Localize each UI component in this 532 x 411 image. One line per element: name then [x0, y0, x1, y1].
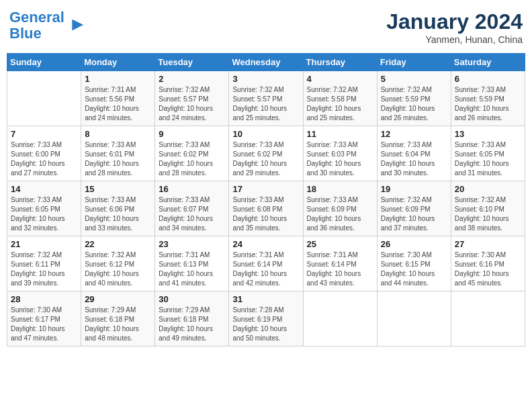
calendar-day-cell: 7Sunrise: 7:33 AM Sunset: 6:00 PM Daylig… — [7, 126, 81, 181]
day-number: 29 — [85, 294, 151, 304]
day-number: 30 — [159, 294, 225, 304]
day-number: 17 — [232, 184, 299, 194]
day-number: 8 — [85, 129, 151, 139]
day-info: Sunrise: 7:33 AM Sunset: 6:06 PM Dayligh… — [85, 195, 151, 233]
day-info: Sunrise: 7:31 AM Sunset: 6:14 PM Dayligh… — [307, 250, 373, 288]
calendar-day-cell: 2Sunrise: 7:32 AM Sunset: 5:57 PM Daylig… — [155, 71, 229, 126]
day-info: Sunrise: 7:30 AM Sunset: 6:16 PM Dayligh… — [455, 250, 521, 288]
day-info: Sunrise: 7:31 AM Sunset: 6:13 PM Dayligh… — [159, 250, 225, 288]
calendar-week-row: 7Sunrise: 7:33 AM Sunset: 6:00 PM Daylig… — [7, 126, 525, 181]
calendar-day-cell: 17Sunrise: 7:33 AM Sunset: 6:08 PM Dayli… — [229, 181, 303, 236]
calendar-table: SundayMondayTuesdayWednesdayThursdayFrid… — [7, 53, 525, 347]
day-info: Sunrise: 7:31 AM Sunset: 6:14 PM Dayligh… — [232, 250, 299, 288]
day-number: 13 — [455, 129, 521, 139]
day-info: Sunrise: 7:33 AM Sunset: 6:08 PM Dayligh… — [232, 195, 299, 233]
day-number: 24 — [232, 239, 299, 249]
day-number: 19 — [381, 184, 447, 194]
logo-text: GeneralBlue — [9, 9, 64, 42]
calendar-day-cell: 9Sunrise: 7:33 AM Sunset: 6:02 PM Daylig… — [155, 126, 229, 181]
weekday-header: Saturday — [451, 54, 525, 71]
weekday-header: Tuesday — [155, 54, 229, 71]
day-info: Sunrise: 7:32 AM Sunset: 5:59 PM Dayligh… — [381, 85, 447, 123]
calendar-day-cell: 4Sunrise: 7:32 AM Sunset: 5:58 PM Daylig… — [303, 71, 377, 126]
day-number: 31 — [232, 294, 299, 304]
day-info: Sunrise: 7:29 AM Sunset: 6:18 PM Dayligh… — [159, 306, 225, 343]
calendar-day-cell: 1Sunrise: 7:31 AM Sunset: 5:56 PM Daylig… — [81, 71, 155, 126]
day-number: 28 — [11, 294, 77, 304]
page-header: GeneralBlue January 2024 Yanmen, Hunan, … — [7, 7, 525, 48]
day-number: 5 — [381, 74, 447, 84]
day-number: 10 — [232, 129, 299, 139]
calendar-week-row: 28Sunrise: 7:30 AM Sunset: 6:17 PM Dayli… — [7, 291, 525, 347]
calendar-day-cell: 20Sunrise: 7:32 AM Sunset: 6:10 PM Dayli… — [451, 181, 525, 236]
logo: GeneralBlue — [9, 9, 85, 42]
day-info: Sunrise: 7:30 AM Sunset: 6:15 PM Dayligh… — [381, 250, 447, 288]
day-info: Sunrise: 7:32 AM Sunset: 6:10 PM Dayligh… — [455, 195, 521, 233]
title-area: January 2024 Yanmen, Hunan, China — [386, 9, 523, 45]
calendar-day-cell: 30Sunrise: 7:29 AM Sunset: 6:18 PM Dayli… — [155, 291, 229, 347]
calendar-day-cell — [303, 291, 377, 347]
weekday-header: Sunday — [7, 54, 81, 71]
calendar-day-cell: 18Sunrise: 7:33 AM Sunset: 6:09 PM Dayli… — [303, 181, 377, 236]
day-info: Sunrise: 7:33 AM Sunset: 6:03 PM Dayligh… — [307, 140, 373, 178]
day-info: Sunrise: 7:33 AM Sunset: 6:05 PM Dayligh… — [455, 140, 521, 178]
day-number: 18 — [307, 184, 373, 194]
weekday-header: Thursday — [303, 54, 377, 71]
calendar-day-cell: 3Sunrise: 7:32 AM Sunset: 5:57 PM Daylig… — [229, 71, 303, 126]
calendar-day-cell: 16Sunrise: 7:33 AM Sunset: 6:07 PM Dayli… — [155, 181, 229, 236]
calendar-day-cell: 25Sunrise: 7:31 AM Sunset: 6:14 PM Dayli… — [303, 236, 377, 291]
day-number: 26 — [381, 239, 447, 249]
day-number: 20 — [455, 184, 521, 194]
day-number: 2 — [159, 74, 225, 84]
calendar-day-cell: 22Sunrise: 7:32 AM Sunset: 6:12 PM Dayli… — [81, 236, 155, 291]
day-number: 25 — [307, 239, 373, 249]
calendar-day-cell: 24Sunrise: 7:31 AM Sunset: 6:14 PM Dayli… — [229, 236, 303, 291]
day-number: 11 — [307, 129, 373, 139]
calendar-day-cell: 21Sunrise: 7:32 AM Sunset: 6:11 PM Dayli… — [7, 236, 81, 291]
calendar-day-cell: 26Sunrise: 7:30 AM Sunset: 6:15 PM Dayli… — [377, 236, 451, 291]
calendar-day-cell: 29Sunrise: 7:29 AM Sunset: 6:18 PM Dayli… — [81, 291, 155, 347]
calendar-day-cell: 5Sunrise: 7:32 AM Sunset: 5:59 PM Daylig… — [377, 71, 451, 126]
day-info: Sunrise: 7:32 AM Sunset: 5:57 PM Dayligh… — [232, 85, 299, 123]
day-info: Sunrise: 7:33 AM Sunset: 6:07 PM Dayligh… — [159, 195, 225, 233]
month-title: January 2024 — [386, 9, 523, 34]
day-info: Sunrise: 7:28 AM Sunset: 6:19 PM Dayligh… — [232, 306, 299, 343]
day-info: Sunrise: 7:33 AM Sunset: 6:01 PM Dayligh… — [85, 140, 151, 178]
day-number: 14 — [11, 184, 77, 194]
location: Yanmen, Hunan, China — [386, 34, 523, 45]
calendar-day-cell — [7, 71, 81, 126]
day-number: 23 — [159, 239, 225, 249]
day-number: 22 — [85, 239, 151, 249]
day-number: 15 — [85, 184, 151, 194]
day-number: 6 — [455, 74, 521, 84]
weekday-header: Friday — [377, 54, 451, 71]
day-number: 16 — [159, 184, 225, 194]
calendar-day-cell: 13Sunrise: 7:33 AM Sunset: 6:05 PM Dayli… — [451, 126, 525, 181]
day-number: 9 — [159, 129, 225, 139]
calendar-day-cell: 31Sunrise: 7:28 AM Sunset: 6:19 PM Dayli… — [229, 291, 303, 347]
calendar-week-row: 21Sunrise: 7:32 AM Sunset: 6:11 PM Dayli… — [7, 236, 525, 291]
day-number: 12 — [381, 129, 447, 139]
day-info: Sunrise: 7:32 AM Sunset: 6:12 PM Dayligh… — [85, 250, 151, 288]
calendar-day-cell — [377, 291, 451, 347]
day-info: Sunrise: 7:33 AM Sunset: 6:04 PM Dayligh… — [381, 140, 447, 178]
svg-marker-0 — [72, 19, 83, 31]
day-number: 7 — [11, 129, 77, 139]
weekday-header: Wednesday — [229, 54, 303, 71]
logo-icon — [66, 16, 85, 35]
calendar-day-cell: 14Sunrise: 7:33 AM Sunset: 6:05 PM Dayli… — [7, 181, 81, 236]
day-number: 3 — [232, 74, 299, 84]
day-number: 21 — [11, 239, 77, 249]
calendar-day-cell: 11Sunrise: 7:33 AM Sunset: 6:03 PM Dayli… — [303, 126, 377, 181]
calendar-day-cell: 8Sunrise: 7:33 AM Sunset: 6:01 PM Daylig… — [81, 126, 155, 181]
day-info: Sunrise: 7:33 AM Sunset: 6:02 PM Dayligh… — [159, 140, 225, 178]
calendar-week-row: 1Sunrise: 7:31 AM Sunset: 5:56 PM Daylig… — [7, 71, 525, 126]
calendar-day-cell: 27Sunrise: 7:30 AM Sunset: 6:16 PM Dayli… — [451, 236, 525, 291]
calendar-day-cell: 28Sunrise: 7:30 AM Sunset: 6:17 PM Dayli… — [7, 291, 81, 347]
day-info: Sunrise: 7:32 AM Sunset: 5:58 PM Dayligh… — [307, 85, 373, 123]
day-info: Sunrise: 7:33 AM Sunset: 6:00 PM Dayligh… — [11, 140, 77, 178]
day-info: Sunrise: 7:33 AM Sunset: 6:09 PM Dayligh… — [307, 195, 373, 233]
calendar-day-cell: 15Sunrise: 7:33 AM Sunset: 6:06 PM Dayli… — [81, 181, 155, 236]
day-info: Sunrise: 7:29 AM Sunset: 6:18 PM Dayligh… — [85, 306, 151, 343]
day-info: Sunrise: 7:33 AM Sunset: 6:05 PM Dayligh… — [11, 195, 77, 233]
